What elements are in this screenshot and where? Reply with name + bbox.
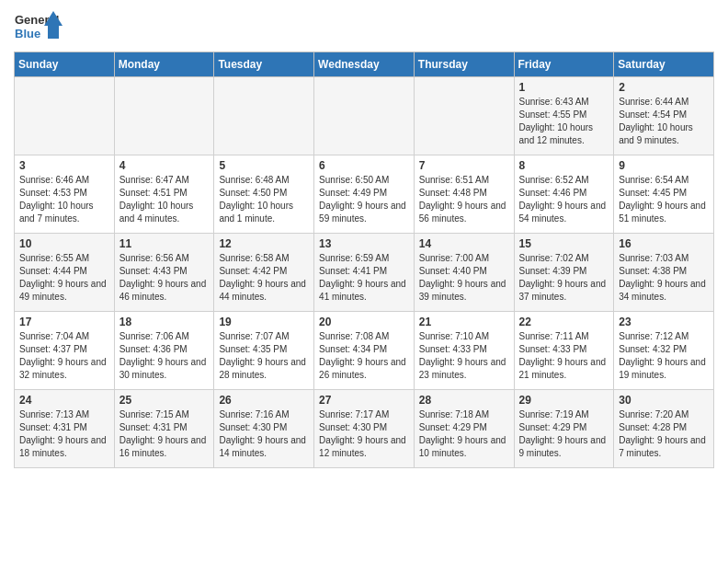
calendar-cell: 1Sunrise: 6:43 AM Sunset: 4:55 PM Daylig… (514, 77, 614, 155)
day-info: Sunrise: 7:11 AM Sunset: 4:33 PM Dayligh… (519, 330, 609, 382)
calendar-cell (114, 77, 214, 155)
day-number: 12 (219, 237, 309, 250)
logo-svg: General Blue (14, 9, 64, 48)
calendar-cell: 29Sunrise: 7:19 AM Sunset: 4:29 PM Dayli… (514, 390, 614, 468)
calendar-week-2: 3Sunrise: 6:46 AM Sunset: 4:53 PM Daylig… (15, 155, 714, 234)
day-info: Sunrise: 7:08 AM Sunset: 4:34 PM Dayligh… (319, 330, 409, 382)
day-info: Sunrise: 7:17 AM Sunset: 4:30 PM Dayligh… (319, 408, 409, 460)
day-info: Sunrise: 7:19 AM Sunset: 4:29 PM Dayligh… (519, 408, 609, 460)
day-number: 23 (619, 316, 709, 328)
day-header-wednesday: Wednesday (314, 52, 415, 77)
calendar-cell: 8Sunrise: 6:52 AM Sunset: 4:46 PM Daylig… (514, 155, 614, 234)
calendar-cell (15, 77, 115, 155)
calendar-cell: 30Sunrise: 7:20 AM Sunset: 4:28 PM Dayli… (614, 390, 714, 468)
day-info: Sunrise: 6:51 AM Sunset: 4:48 PM Dayligh… (419, 174, 509, 225)
day-info: Sunrise: 6:47 AM Sunset: 4:51 PM Dayligh… (119, 174, 210, 225)
calendar-cell (314, 77, 415, 155)
calendar-cell: 23Sunrise: 7:12 AM Sunset: 4:32 PM Dayli… (614, 312, 714, 390)
day-info: Sunrise: 6:50 AM Sunset: 4:49 PM Dayligh… (319, 174, 409, 225)
calendar-header-row: SundayMondayTuesdayWednesdayThursdayFrid… (15, 52, 714, 77)
day-number: 9 (619, 159, 709, 172)
day-number: 15 (519, 237, 609, 250)
calendar-cell: 14Sunrise: 7:00 AM Sunset: 4:40 PM Dayli… (414, 234, 514, 312)
day-header-friday: Friday (514, 52, 614, 77)
day-number: 7 (419, 159, 509, 172)
calendar-week-1: 1Sunrise: 6:43 AM Sunset: 4:55 PM Daylig… (15, 77, 714, 155)
day-header-sunday: Sunday (15, 52, 115, 77)
day-info: Sunrise: 6:55 AM Sunset: 4:44 PM Dayligh… (19, 252, 109, 304)
day-number: 25 (119, 394, 210, 407)
day-number: 6 (319, 159, 409, 172)
calendar-cell: 17Sunrise: 7:04 AM Sunset: 4:37 PM Dayli… (15, 312, 115, 390)
day-number: 19 (219, 316, 309, 328)
day-number: 11 (119, 237, 210, 250)
day-info: Sunrise: 6:48 AM Sunset: 4:50 PM Dayligh… (219, 174, 309, 225)
day-info: Sunrise: 7:20 AM Sunset: 4:28 PM Dayligh… (619, 408, 709, 460)
day-info: Sunrise: 6:56 AM Sunset: 4:43 PM Dayligh… (119, 252, 210, 304)
day-info: Sunrise: 7:02 AM Sunset: 4:39 PM Dayligh… (519, 252, 609, 304)
day-info: Sunrise: 6:59 AM Sunset: 4:41 PM Dayligh… (319, 252, 409, 304)
calendar-cell: 6Sunrise: 6:50 AM Sunset: 4:49 PM Daylig… (314, 155, 415, 234)
calendar-cell: 25Sunrise: 7:15 AM Sunset: 4:31 PM Dayli… (114, 390, 214, 468)
day-header-tuesday: Tuesday (214, 52, 314, 77)
day-info: Sunrise: 7:12 AM Sunset: 4:32 PM Dayligh… (619, 330, 709, 382)
calendar-cell: 12Sunrise: 6:58 AM Sunset: 4:42 PM Dayli… (214, 234, 314, 312)
day-number: 2 (619, 81, 709, 94)
calendar-cell (214, 77, 314, 155)
calendar-cell: 22Sunrise: 7:11 AM Sunset: 4:33 PM Dayli… (514, 312, 614, 390)
day-number: 17 (19, 316, 109, 328)
svg-text:Blue: Blue (15, 27, 40, 40)
calendar-week-4: 17Sunrise: 7:04 AM Sunset: 4:37 PM Dayli… (15, 312, 714, 390)
day-info: Sunrise: 7:15 AM Sunset: 4:31 PM Dayligh… (119, 408, 210, 460)
day-number: 1 (519, 81, 609, 94)
day-number: 14 (419, 237, 509, 250)
day-number: 29 (519, 394, 609, 407)
header: General Blue (14, 9, 714, 48)
day-number: 18 (119, 316, 210, 328)
day-info: Sunrise: 7:13 AM Sunset: 4:31 PM Dayligh… (19, 408, 109, 460)
day-info: Sunrise: 7:06 AM Sunset: 4:36 PM Dayligh… (119, 330, 210, 382)
calendar-cell: 9Sunrise: 6:54 AM Sunset: 4:45 PM Daylig… (614, 155, 714, 234)
calendar-week-3: 10Sunrise: 6:55 AM Sunset: 4:44 PM Dayli… (15, 234, 714, 312)
calendar-cell (414, 77, 514, 155)
day-number: 13 (319, 237, 409, 250)
day-info: Sunrise: 7:03 AM Sunset: 4:38 PM Dayligh… (619, 252, 709, 304)
day-number: 30 (619, 394, 709, 407)
calendar-cell: 2Sunrise: 6:44 AM Sunset: 4:54 PM Daylig… (614, 77, 714, 155)
day-number: 3 (19, 159, 109, 172)
calendar-cell: 10Sunrise: 6:55 AM Sunset: 4:44 PM Dayli… (15, 234, 115, 312)
day-number: 4 (119, 159, 210, 172)
day-number: 10 (19, 237, 109, 250)
calendar-cell: 26Sunrise: 7:16 AM Sunset: 4:30 PM Dayli… (214, 390, 314, 468)
day-info: Sunrise: 6:46 AM Sunset: 4:53 PM Dayligh… (19, 174, 109, 225)
day-number: 22 (519, 316, 609, 328)
day-number: 8 (519, 159, 609, 172)
day-info: Sunrise: 6:44 AM Sunset: 4:54 PM Dayligh… (619, 96, 709, 147)
day-info: Sunrise: 6:54 AM Sunset: 4:45 PM Dayligh… (619, 174, 709, 225)
day-info: Sunrise: 7:07 AM Sunset: 4:35 PM Dayligh… (219, 330, 309, 382)
calendar-week-5: 24Sunrise: 7:13 AM Sunset: 4:31 PM Dayli… (15, 390, 714, 468)
calendar-cell: 7Sunrise: 6:51 AM Sunset: 4:48 PM Daylig… (414, 155, 514, 234)
day-number: 27 (319, 394, 409, 407)
day-number: 28 (419, 394, 509, 407)
calendar-cell: 3Sunrise: 6:46 AM Sunset: 4:53 PM Daylig… (15, 155, 115, 234)
calendar-cell: 28Sunrise: 7:18 AM Sunset: 4:29 PM Dayli… (414, 390, 514, 468)
calendar-cell: 4Sunrise: 6:47 AM Sunset: 4:51 PM Daylig… (114, 155, 214, 234)
day-info: Sunrise: 7:10 AM Sunset: 4:33 PM Dayligh… (419, 330, 509, 382)
day-number: 21 (419, 316, 509, 328)
day-header-saturday: Saturday (614, 52, 714, 77)
calendar-cell: 11Sunrise: 6:56 AM Sunset: 4:43 PM Dayli… (114, 234, 214, 312)
calendar-cell: 15Sunrise: 7:02 AM Sunset: 4:39 PM Dayli… (514, 234, 614, 312)
calendar-cell: 21Sunrise: 7:10 AM Sunset: 4:33 PM Dayli… (414, 312, 514, 390)
calendar-cell: 13Sunrise: 6:59 AM Sunset: 4:41 PM Dayli… (314, 234, 415, 312)
calendar-cell: 24Sunrise: 7:13 AM Sunset: 4:31 PM Dayli… (15, 390, 115, 468)
calendar-cell: 27Sunrise: 7:17 AM Sunset: 4:30 PM Dayli… (314, 390, 415, 468)
calendar-cell: 5Sunrise: 6:48 AM Sunset: 4:50 PM Daylig… (214, 155, 314, 234)
day-number: 5 (219, 159, 309, 172)
day-number: 20 (319, 316, 409, 328)
day-info: Sunrise: 6:52 AM Sunset: 4:46 PM Dayligh… (519, 174, 609, 225)
calendar-cell: 18Sunrise: 7:06 AM Sunset: 4:36 PM Dayli… (114, 312, 214, 390)
day-info: Sunrise: 7:04 AM Sunset: 4:37 PM Dayligh… (19, 330, 109, 382)
day-header-monday: Monday (114, 52, 214, 77)
day-info: Sunrise: 7:18 AM Sunset: 4:29 PM Dayligh… (419, 408, 509, 460)
